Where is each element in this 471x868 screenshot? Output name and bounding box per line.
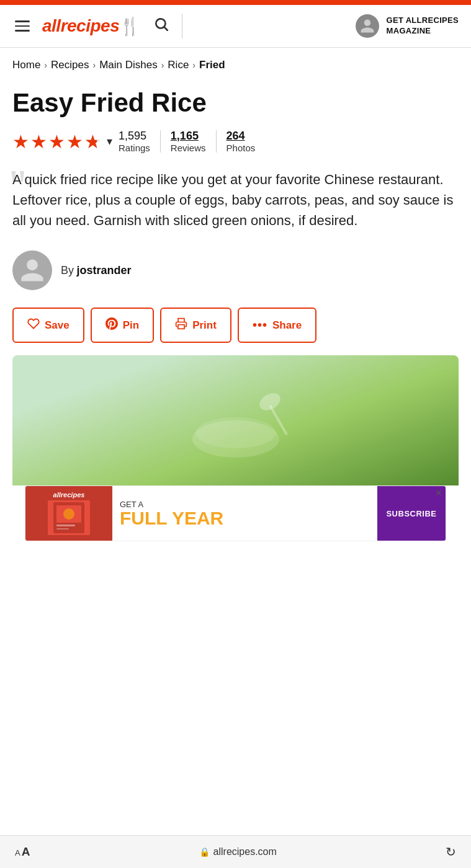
ad-magazine-thumbnail: [47, 500, 91, 536]
top-accent-bar: [0, 0, 471, 5]
description-section: " A quick fried rice recipe like you get…: [0, 163, 471, 243]
hamburger-line: [15, 20, 30, 22]
header-right: GET ALLRECIPES MAGAZINE: [356, 14, 459, 38]
svg-point-9: [63, 508, 74, 520]
reviews-label: Reviews: [171, 143, 206, 153]
svg-rect-2: [178, 325, 184, 329]
ad-subscribe-label: SUBSCRIBE: [386, 509, 436, 518]
ratings-count: 1,595 Ratings: [119, 130, 150, 153]
ad-close-button[interactable]: ✕: [433, 485, 445, 500]
author-by-label: By: [61, 264, 74, 277]
recipe-title: Easy Fried Rice: [0, 82, 471, 127]
header-left: allrecipes🍴: [12, 16, 169, 37]
ad-left-section: allrecipes: [25, 486, 112, 541]
food-illustration: [174, 371, 298, 470]
hamburger-line: [15, 30, 30, 32]
star-2: ★: [30, 131, 47, 153]
print-label: Print: [192, 319, 217, 332]
recipe-description: A quick fried rice recipe like you get a…: [12, 169, 459, 231]
svg-point-5: [256, 390, 283, 414]
rating-divider-2: [216, 130, 217, 153]
breadcrumb-fried[interactable]: Fried: [199, 59, 225, 71]
site-header: allrecipes🍴 GET ALLRECIPES MAGAZINE: [0, 5, 471, 48]
save-label: Save: [45, 319, 70, 332]
ad-middle-section: GET A FULL YEAR: [112, 486, 377, 541]
breadcrumb-chevron: ›: [161, 60, 164, 70]
ratings-label: Ratings: [119, 143, 150, 153]
logo-text: allrecipes: [42, 16, 119, 36]
svg-line-1: [164, 27, 168, 30]
breadcrumb-recipes[interactable]: Recipes: [51, 59, 89, 71]
printer-icon: [175, 317, 187, 333]
heart-icon: [27, 317, 40, 333]
breadcrumb-rice[interactable]: Rice: [168, 59, 189, 71]
hamburger-line: [15, 25, 30, 27]
food-image-bg: [12, 355, 459, 485]
logo[interactable]: allrecipes🍴: [42, 16, 141, 37]
magazine-cover-icon: [53, 502, 84, 533]
reviews-stat: 1,165 Reviews: [171, 130, 206, 153]
author-avatar-icon: [19, 257, 46, 284]
rating-divider-1: [160, 130, 161, 153]
ad-full-year-text: FULL YEAR: [120, 509, 223, 528]
author-name[interactable]: jostrander: [76, 264, 131, 277]
breadcrumb-chevron: ›: [92, 60, 96, 70]
svg-rect-11: [56, 528, 69, 529]
star-4: ★: [66, 131, 83, 153]
header-divider: [182, 14, 182, 38]
pin-button[interactable]: Pin: [91, 308, 154, 343]
magazine-cta-text[interactable]: GET ALLRECIPES MAGAZINE: [387, 16, 459, 37]
print-button[interactable]: Print: [160, 308, 231, 343]
recipe-image: [12, 355, 459, 485]
user-avatar[interactable]: [356, 14, 379, 38]
save-button[interactable]: Save: [12, 308, 84, 343]
share-button[interactable]: ••• Share: [238, 308, 316, 343]
action-buttons-row: Save Pin Print ••• Share: [0, 303, 471, 355]
photos-label: Photos: [227, 143, 256, 153]
breadcrumb: Home › Recipes › Main Dishes › Rice › Fr…: [0, 48, 471, 82]
photos-stat: 264 Photos: [227, 130, 256, 153]
search-icon[interactable]: [153, 16, 169, 36]
ratings-number: 1,595: [119, 130, 146, 143]
share-label: Share: [272, 319, 302, 332]
svg-rect-10: [56, 525, 75, 526]
breadcrumb-chevron: ›: [192, 60, 195, 70]
advertisement-banner: allrecipes GET A FULL YEAR SUBSCRIBE ✕: [12, 485, 459, 541]
author-info: By jostrander: [61, 264, 132, 277]
photos-count[interactable]: 264: [227, 130, 245, 143]
author-row: By jostrander: [0, 243, 471, 303]
star-rating: ★ ★ ★ ★ ★ ★ ▾: [12, 131, 112, 153]
logo-fork-icon: 🍴: [119, 16, 141, 37]
author-avatar: [12, 250, 52, 290]
pin-label: Pin: [123, 319, 139, 332]
star-3: ★: [48, 131, 65, 153]
breadcrumb-main-dishes[interactable]: Main Dishes: [99, 59, 158, 71]
breadcrumb-home[interactable]: Home: [12, 59, 40, 71]
reviews-count[interactable]: 1,165: [171, 130, 199, 143]
rating-dropdown-arrow[interactable]: ▾: [107, 135, 112, 148]
breadcrumb-chevron: ›: [44, 60, 47, 70]
ad-logo: allrecipes: [53, 491, 85, 498]
hamburger-menu-button[interactable]: [12, 18, 32, 34]
pinterest-icon: [105, 317, 118, 333]
svg-point-4: [195, 417, 276, 448]
rating-row: ★ ★ ★ ★ ★ ★ ▾ 1,595 Ratings 1,165 Review…: [0, 127, 471, 163]
more-icon: •••: [253, 318, 267, 332]
ad-inner: allrecipes GET A FULL YEAR SUBSCRIBE: [25, 485, 446, 541]
star-1: ★: [12, 131, 29, 153]
star-5-half: ★ ★: [84, 131, 103, 153]
user-icon: [359, 18, 375, 34]
